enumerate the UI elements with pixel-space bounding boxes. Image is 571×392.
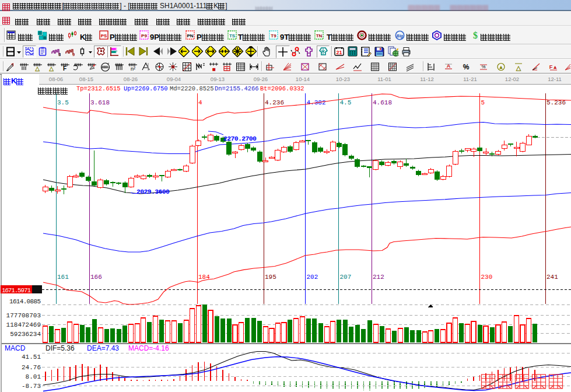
svg-text:09-13: 09-13	[211, 76, 225, 82]
svg-text:MACD: MACD	[5, 344, 26, 352]
svg-text:11-12: 11-12	[420, 76, 434, 82]
svg-text:MACD=-4.16: MACD=-4.16	[128, 344, 169, 352]
svg-text:230: 230	[481, 274, 493, 281]
svg-text:241: 241	[547, 274, 558, 281]
svg-text:4.236: 4.236	[265, 99, 284, 106]
svg-text:24.76: 24.76	[22, 364, 41, 371]
svg-text:9: 9	[72, 52, 75, 57]
svg-text:11-21: 11-21	[463, 76, 477, 82]
svg-text:177708703: 177708703	[6, 312, 41, 319]
svg-text:12-02: 12-02	[505, 76, 519, 82]
svg-text:4: 4	[198, 99, 202, 106]
svg-text:F▲: F▲	[549, 64, 558, 70]
svg-text:11-01: 11-01	[377, 76, 391, 82]
svg-text:59236234: 59236234	[10, 331, 41, 338]
svg-text:PN: PN	[187, 33, 193, 38]
svg-text:-8.73: -8.73	[22, 383, 41, 390]
svg-text:5: 5	[481, 99, 485, 106]
svg-text:2029.3600: 2029.3600	[136, 188, 170, 195]
svg-text:207: 207	[340, 274, 352, 281]
svg-text:3.618: 3.618	[90, 99, 110, 106]
svg-text:DIF=5.36: DIF=5.36	[45, 344, 75, 352]
svg-text:△: △	[34, 65, 40, 72]
svg-text:08-26: 08-26	[124, 76, 138, 82]
svg-text:P9: P9	[141, 33, 147, 38]
svg-text:Big: Big	[397, 34, 404, 38]
svg-text:1614.0885: 1614.0885	[9, 298, 41, 305]
svg-text:195: 195	[265, 274, 276, 281]
svg-text:166: 166	[90, 274, 102, 281]
svg-text:$: $	[473, 30, 478, 40]
svg-text:%: %	[463, 63, 470, 71]
svg-text:21: 21	[336, 50, 342, 55]
svg-text:118472469: 118472469	[6, 321, 41, 328]
svg-text:3: 3	[58, 52, 61, 57]
svg-text:1671.5971: 1671.5971	[2, 287, 31, 294]
svg-text:F: F	[63, 65, 66, 72]
svg-text:202: 202	[307, 274, 318, 281]
svg-text:△: △	[48, 65, 54, 72]
svg-text:4.5: 4.5	[340, 99, 352, 106]
svg-text:3.5: 3.5	[57, 99, 69, 106]
svg-text:%: %	[481, 64, 485, 69]
svg-text:08-15: 08-15	[79, 76, 93, 82]
svg-text:212: 212	[373, 274, 384, 281]
svg-text:△: △	[516, 64, 521, 71]
svg-text:8.01: 8.01	[26, 373, 41, 380]
svg-text:■: ■	[212, 66, 215, 72]
svg-text:12-11: 12-11	[548, 76, 562, 82]
svg-text:09-26: 09-26	[254, 76, 268, 82]
svg-text:n²: n²	[131, 66, 135, 72]
svg-text:08-06: 08-06	[49, 76, 63, 82]
svg-text:09-04: 09-04	[167, 76, 181, 82]
svg-text:▲: ▲	[499, 64, 504, 70]
svg-text:161: 161	[57, 274, 69, 281]
svg-text:DEA=7.43: DEA=7.43	[87, 344, 119, 352]
svg-text:TS: TS	[229, 33, 236, 38]
svg-text:4.618: 4.618	[373, 99, 392, 106]
svg-text:PS: PS	[101, 33, 107, 38]
svg-text:41.51: 41.51	[22, 354, 41, 360]
svg-text:T9: T9	[271, 33, 276, 38]
svg-text:10-14: 10-14	[296, 76, 310, 82]
svg-text:2270.2700: 2270.2700	[223, 135, 257, 142]
svg-text:TN: TN	[316, 33, 323, 38]
svg-text:10-23: 10-23	[336, 76, 350, 82]
